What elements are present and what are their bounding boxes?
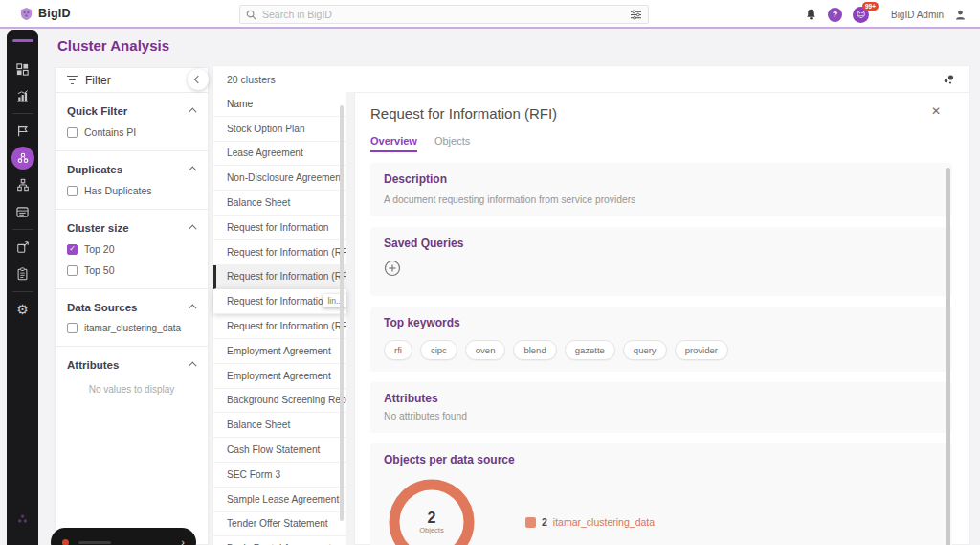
list-item[interactable]: Employment Agreement [213,364,346,389]
list-item[interactable]: Tender Offer Statement [213,512,346,537]
list-item[interactable]: Employment Agreement [213,339,346,364]
list-item-selected[interactable]: Request for Information (RFI) [213,265,346,290]
tab-objects[interactable]: Objects [434,135,470,152]
sidebar-item-cluster-analysis[interactable] [7,145,38,171]
detail-tabs: Overview Objects [370,135,952,152]
sidebar-item-applications[interactable] [7,234,38,261]
list-column-header[interactable]: Name [213,92,346,117]
filter-section-cluster-size[interactable]: Cluster size [67,222,196,234]
chevron-up-icon[interactable] [189,361,196,369]
checkbox-contains-pi[interactable] [67,127,78,138]
cluster-view-icon[interactable] [941,73,956,86]
chevron-up-icon[interactable] [189,107,196,115]
list-item[interactable]: Balance Sheet [213,413,346,438]
list-item[interactable]: Sample Lease Agreement [213,488,346,512]
list-item[interactable]: Background Screening Report [213,389,346,414]
top-keywords-section: Top keywords rfi cipc oven blend gazette… [370,307,952,372]
add-query-button[interactable] [384,260,401,277]
detail-scrollbar[interactable] [946,168,950,545]
filter-section-duplicates[interactable]: Duplicates [67,164,196,175]
sidebar-item-settings[interactable]: ⚙ [7,296,38,323]
close-icon[interactable]: ✕ [931,104,941,118]
list-item[interactable]: Lease Agreement [213,142,346,167]
header-divider [880,8,880,21]
keyword-pill[interactable]: gazette [565,340,615,360]
list-item[interactable]: Request for Information (RFI) lin... [213,289,346,314]
divider [56,150,208,151]
chevron-up-icon[interactable] [189,166,196,173]
sidebar-item-catalog[interactable] [7,198,38,225]
checkbox-itamar-clustering-data[interactable] [67,323,78,333]
screen-recorder-toolbar[interactable]: › [51,528,196,545]
list-item[interactable]: Request for Information (RFI) [213,240,346,265]
divider [56,209,208,210]
checkbox-has-duplicates[interactable] [67,186,78,196]
list-item[interactable]: Cash Flow Statement [213,438,346,463]
analytics-icon [15,89,30,103]
list-item[interactable]: Basic Rental Agreement [213,536,346,545]
keyword-pill[interactable]: query [623,340,667,360]
list-item[interactable]: Stock Option Plan [213,117,346,142]
list-scrollbar[interactable] [340,105,344,521]
tab-overview[interactable]: Overview [370,135,417,152]
nav-collapse-indicator[interactable] [12,39,33,42]
filter-option-itamar-clustering-data[interactable]: itamar_clustering_data [67,323,196,333]
list-item[interactable]: Request for Information [213,216,346,240]
checkbox-top-50[interactable] [67,265,78,276]
donut-legend-item[interactable]: 2 itamar_clustering_data [525,516,655,528]
list-item[interactable]: Request for Information (RFI) [213,314,346,339]
sidebar-item-cluster-shortcut[interactable] [7,505,38,532]
clusters-count: 20 clusters [227,74,276,85]
description-heading: Description [384,172,939,186]
filter-option-top-50[interactable]: Top 50 [67,264,196,276]
nav-divider [12,291,33,292]
sidebar-item-analytics[interactable] [7,82,38,109]
saved-queries-section: Saved Queries [370,227,952,296]
dashboard-icon [15,62,30,77]
filter-option-has-duplicates[interactable]: Has Duplicates [67,185,196,196]
filter-section-attributes[interactable]: Attributes [67,359,196,371]
whats-new-icon[interactable]: ☺ 99+ [853,7,869,23]
filter-collapse-button[interactable] [188,69,209,90]
notification-badge: 99+ [862,2,879,11]
divider [56,288,208,289]
search-filters-icon[interactable] [630,10,642,20]
sidebar-item-policies[interactable] [7,261,38,287]
sidebar-item-dashboard[interactable] [7,56,38,82]
attributes-empty-text: No values to display [67,384,196,395]
checkbox-top-20[interactable] [67,244,78,255]
filter-option-top-20[interactable]: Top 20 [67,243,196,255]
list-item[interactable]: SEC Form 3 [213,463,346,488]
user-avatar-icon[interactable] [954,9,967,21]
filter-section-quick-filter[interactable]: Quick Filter [67,105,196,117]
bigid-logo[interactable]: BigID [19,7,220,21]
help-icon[interactable]: ? [828,8,842,22]
keyword-pill[interactable]: provider [675,340,728,360]
chevron-up-icon[interactable] [189,304,196,311]
chevron-up-icon[interactable] [189,224,196,232]
filter-panel: Filter Quick Filter Contains PI Duplicat… [55,67,209,545]
filter-icon [67,76,78,84]
list-item[interactable]: Balance Sheet [213,191,346,216]
sidebar-item-correlation[interactable] [7,171,38,198]
donut-total: 2 [428,510,436,527]
filter-option-contains-pi[interactable]: Contains PI [67,126,196,138]
search-icon [246,10,256,20]
global-search[interactable] [239,5,649,24]
keyword-pill[interactable]: cipc [420,340,457,360]
clipboard-icon [16,267,29,281]
notifications-bell-icon[interactable] [805,8,817,21]
bigid-shield-icon [19,7,33,21]
search-input[interactable] [262,9,624,20]
chevron-right-icon[interactable]: › [181,536,185,545]
filter-header[interactable]: Filter [56,68,208,93]
description-section: Description A document requesting inform… [370,163,952,216]
sidebar-item-reports[interactable] [7,118,38,145]
legend-count: 2 [542,516,547,528]
list-item[interactable]: Non-Disclosure Agreement [213,166,346,191]
keyword-pill[interactable]: oven [465,340,506,360]
filter-section-data-sources[interactable]: Data Sources [67,302,196,313]
apps-share-icon [16,240,30,254]
keyword-pill[interactable]: blend [513,340,556,360]
keyword-pill[interactable]: rfi [384,340,412,360]
